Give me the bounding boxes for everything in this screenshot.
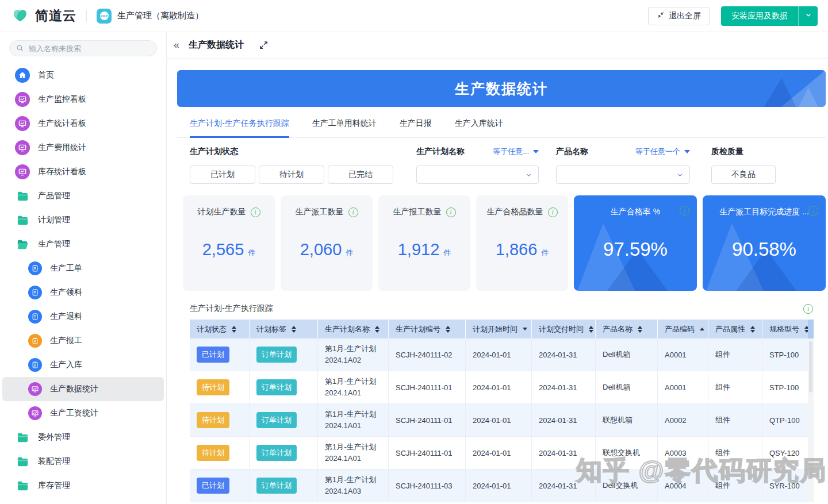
sidebar-item[interactable]: 生产退料 <box>2 305 164 329</box>
sort-icon[interactable] <box>589 326 593 333</box>
sidebar-item[interactable]: 生产费用统计 <box>2 136 164 160</box>
exit-fullscreen-button[interactable]: 退出全屏 <box>648 7 710 25</box>
dashboard-tab[interactable]: 生产入库统计 <box>455 107 503 138</box>
collapse-sidebar-icon[interactable]: « <box>169 39 184 51</box>
sidebar-item[interactable]: 生产工资统计 <box>2 401 164 425</box>
brand-logo[interactable]: 简道云 <box>10 5 76 27</box>
sidebar-item[interactable]: 装配管理 <box>2 449 164 474</box>
sort-icon[interactable] <box>750 326 755 333</box>
sort-icon[interactable] <box>232 326 236 333</box>
sort-icon[interactable] <box>700 328 704 330</box>
dashboard-tab[interactable]: 生产工单用料统计 <box>312 107 377 138</box>
column-header[interactable]: 计划状态 <box>190 320 250 338</box>
stat-card-title: 生产派工数量 <box>296 207 344 217</box>
column-label: 计划标签 <box>256 324 286 334</box>
sidebar-item[interactable]: 生产工单 <box>2 256 164 280</box>
column-header[interactable]: 规格型号 <box>762 320 814 338</box>
filter-label: 产品名称 <box>556 147 588 157</box>
sidebar-item[interactable]: 产品管理 <box>2 184 164 208</box>
info-icon[interactable]: i <box>348 207 358 217</box>
column-header[interactable]: 产品属性 <box>708 320 762 338</box>
plans-table: 计划状态计划标签生产计划名称生产计划编号计划开始时间计划交付时间产品名称产品编码… <box>190 320 814 502</box>
info-icon[interactable]: i <box>803 304 813 314</box>
filter-quality: 质检质量 不良品 <box>711 138 776 184</box>
sidebar-item-label: 产品管理 <box>38 191 70 201</box>
column-header[interactable]: 生产计划编号 <box>389 320 466 338</box>
column-header[interactable]: 生产计划名称 <box>318 320 389 338</box>
sort-icon[interactable] <box>292 326 296 333</box>
install-dropdown-button[interactable] <box>798 6 818 26</box>
folder-icon <box>15 188 30 203</box>
status-option-button[interactable]: 已计划 <box>190 166 255 184</box>
stat-card-value: 2,060 <box>300 240 342 259</box>
filter-label: 生产计划状态 <box>190 147 238 157</box>
table-cell: 组件 <box>708 404 762 436</box>
stat-card-title: 计划生产数量 <box>198 207 246 217</box>
info-icon[interactable]: i <box>808 206 818 216</box>
operator-dropdown[interactable]: 等于任意一个 <box>635 147 690 157</box>
header-divider <box>86 10 87 22</box>
table-row[interactable]: 待计划订单计划第1月-生产计划2024.1A01SCJH-240111-0120… <box>190 371 814 404</box>
scrollbar-thumb[interactable] <box>809 341 812 393</box>
info-icon[interactable]: i <box>548 207 558 217</box>
sort-icon[interactable] <box>638 326 642 333</box>
status-option-button[interactable]: 待计划 <box>259 166 324 184</box>
install-split-button: 安装应用及数据 <box>721 6 818 26</box>
stat-card-value: 2,565 <box>202 240 244 259</box>
sidebar-item[interactable]: 生产统计看板 <box>2 111 164 136</box>
app-icon: ERP <box>97 9 112 24</box>
column-header[interactable]: 计划标签 <box>250 320 318 338</box>
info-icon[interactable]: i <box>446 207 456 217</box>
table-row[interactable]: 待计划订单计划第1月-生产计划2024.1A01SCJH-240111-0120… <box>190 437 814 470</box>
sidebar-item[interactable]: 库存管理 <box>2 474 164 498</box>
sidebar-item-label: 生产退料 <box>50 311 82 322</box>
info-icon[interactable]: i <box>251 207 260 217</box>
dashboard-icon <box>15 140 30 155</box>
search-input[interactable] <box>9 40 157 56</box>
column-header[interactable]: 计划开始时间 <box>466 320 532 338</box>
sidebar-item[interactable]: 库存统计看板 <box>2 160 164 184</box>
dashboard-tab[interactable]: 生产日报 <box>400 107 432 138</box>
column-header[interactable]: 产品编码 <box>658 320 708 338</box>
dashboard-tab[interactable]: 生产计划-生产任务执行跟踪 <box>190 107 289 138</box>
sort-desc-arrow <box>292 330 296 333</box>
info-icon[interactable]: i <box>680 206 689 216</box>
quality-option-button[interactable]: 不良品 <box>711 166 776 184</box>
sidebar-item[interactable]: 委外管理 <box>2 425 164 449</box>
install-app-button[interactable]: 安装应用及数据 <box>721 6 798 26</box>
table-row[interactable]: 已计划订单计划第1月-生产计划2024.1A03SCJH-240111-0320… <box>190 470 814 502</box>
table-row[interactable]: 已计划订单计划第1月-生产计划2024.1A02SCJH-240111-0220… <box>190 338 814 371</box>
column-header[interactable]: 计划交付时间 <box>532 320 596 338</box>
table-body: 已计划订单计划第1月-生产计划2024.1A02SCJH-240111-0220… <box>190 338 814 502</box>
sort-icon[interactable] <box>446 326 450 333</box>
stat-card-value: 90.58% <box>732 238 796 260</box>
sidebar-item[interactable]: 生产入库 <box>2 353 164 377</box>
sort-asc-arrow <box>589 326 593 329</box>
plan-name-line: 2024.1A01 <box>325 387 361 399</box>
sidebar-item[interactable]: 生产监控看板 <box>2 87 164 111</box>
sort-asc-arrow <box>638 326 642 329</box>
tag-badge: 订单计划 <box>256 478 297 494</box>
doc-icon <box>28 261 42 275</box>
fullscreen-expand-icon[interactable] <box>259 40 269 50</box>
sidebar-item[interactable]: 生产数据统计 <box>2 377 164 401</box>
table-row[interactable]: 待计划订单计划第1月-生产计划2024.1A01SCJH-240111-0120… <box>190 404 814 437</box>
plan-name-select[interactable] <box>416 166 539 184</box>
table-scrollbar[interactable] <box>808 320 814 502</box>
operator-dropdown[interactable]: 等于任意... <box>493 147 539 157</box>
status-option-button[interactable]: 已完结 <box>328 166 393 184</box>
column-header[interactable]: 产品名称 <box>596 320 658 338</box>
sidebar-item[interactable]: 首页 <box>2 63 164 87</box>
sidebar-item[interactable]: 计划管理 <box>2 208 164 232</box>
sidebar-item[interactable]: 生产管理 <box>2 232 164 256</box>
product-name-select[interactable] <box>556 166 690 184</box>
sidebar-item[interactable]: 生产报工 <box>2 329 164 353</box>
sidebar-item[interactable]: 生产领料 <box>2 280 164 305</box>
table-cell: 第1月-生产计划2024.1A02 <box>318 338 389 371</box>
sort-icon[interactable] <box>523 328 527 330</box>
sidebar-item-label: 生产领料 <box>50 287 82 298</box>
filter-plan-name: 生产计划名称 等于任意... <box>416 138 539 184</box>
sort-icon[interactable] <box>375 326 379 333</box>
plan-name-line: 第1月-生产计划 <box>325 376 377 387</box>
table-cell: 联想交换机 <box>596 437 658 469</box>
